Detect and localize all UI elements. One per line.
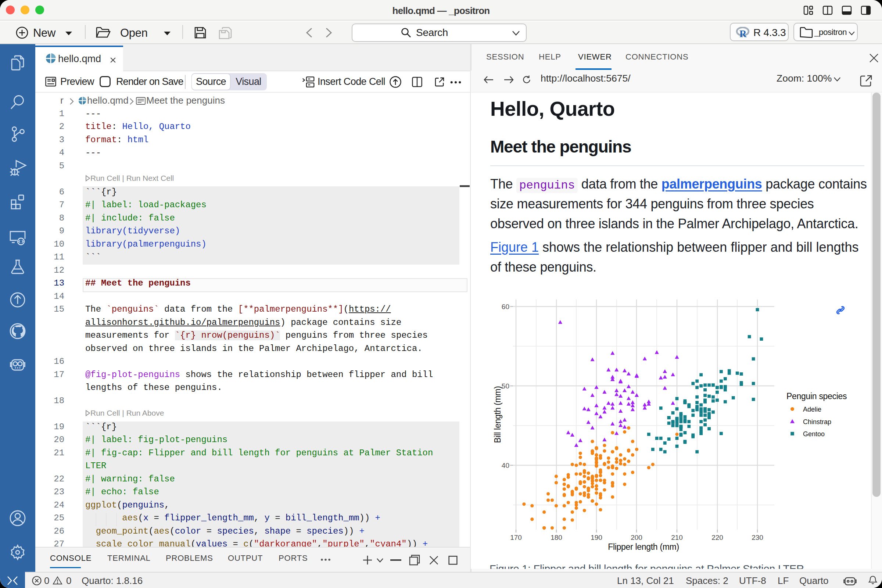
svg-text:50: 50 [502,382,509,390]
svg-text:220: 220 [711,534,723,542]
svg-text:Flipper length (mm): Flipper length (mm) [608,542,679,552]
svg-text:200: 200 [631,534,642,542]
svg-text:Penguin species: Penguin species [786,392,847,401]
svg-text:230: 230 [752,534,763,542]
svg-text:Chinstrap: Chinstrap [803,418,831,426]
svg-text:180: 180 [550,534,562,542]
svg-text:Bill length (mm): Bill length (mm) [493,386,502,443]
svg-text:60: 60 [502,303,509,310]
svg-text:210: 210 [671,534,683,542]
svg-text:190: 190 [591,534,602,542]
svg-text:170: 170 [510,534,522,542]
svg-text:40: 40 [502,462,509,469]
svg-text:R: R [740,28,747,39]
svg-text:Adelie: Adelie [803,406,821,413]
svg-text:Gentoo: Gentoo [803,430,825,438]
